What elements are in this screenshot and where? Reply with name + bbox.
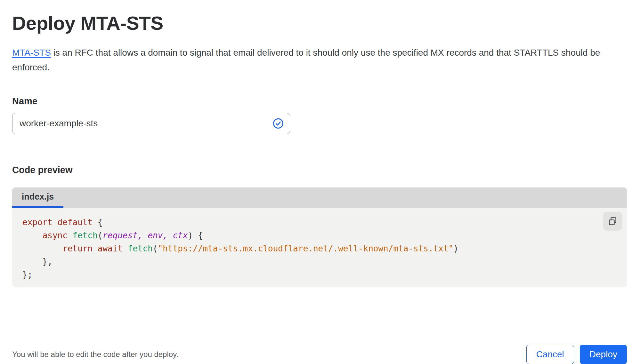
code-tab-bar: index.js — [12, 187, 627, 208]
deploy-mta-sts-page: Deploy MTA-STS MTA-STS is an RFC that al… — [0, 0, 640, 364]
code-preview-card: index.js export default { async fetch(re… — [12, 187, 627, 287]
footer-bar: You will be able to edit the code after … — [12, 334, 627, 364]
name-label: Name — [12, 96, 627, 107]
footer-actions: Cancel Deploy — [526, 345, 627, 364]
cancel-button[interactable]: Cancel — [526, 345, 574, 364]
code-preview-label: Code preview — [12, 165, 627, 175]
tab-label: index.js — [22, 192, 54, 202]
mta-sts-link[interactable]: MTA-STS — [12, 48, 51, 58]
page-title: Deploy MTA-STS — [12, 13, 627, 34]
code-area: export default { async fetch(request, en… — [12, 208, 627, 287]
description: MTA-STS is an RFC that allows a domain t… — [12, 45, 624, 75]
footer-note: You will be able to edit the code after … — [12, 350, 178, 359]
code-content: export default { async fetch(request, en… — [22, 216, 601, 281]
tab-index-js[interactable]: index.js — [12, 187, 63, 208]
name-input-wrap — [12, 113, 290, 134]
copy-icon — [608, 217, 618, 226]
check-circle-icon — [273, 118, 284, 129]
deploy-button[interactable]: Deploy — [580, 345, 627, 364]
name-input[interactable] — [12, 113, 290, 134]
description-text: is an RFC that allows a domain to signal… — [12, 48, 600, 72]
copy-code-button[interactable] — [603, 212, 622, 231]
spacer — [12, 287, 627, 334]
